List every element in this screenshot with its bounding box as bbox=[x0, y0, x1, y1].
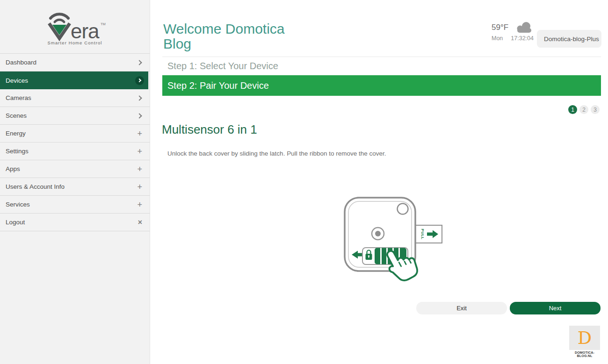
sidebar-item-label: Users & Account Info bbox=[6, 183, 65, 190]
wizard-pagination: 1 2 3 bbox=[568, 105, 600, 114]
chevron-right-icon bbox=[137, 95, 142, 100]
chevron-right-circle-icon bbox=[135, 76, 144, 85]
next-button-label: Next bbox=[549, 305, 562, 312]
logo-tagline: Smarter Home Control bbox=[47, 40, 102, 45]
sidebar-item-label: Apps bbox=[6, 165, 20, 172]
exit-button-label: Exit bbox=[456, 305, 467, 312]
device-illustration: PULL bbox=[339, 196, 447, 292]
device-button bbox=[398, 204, 408, 214]
domotica-logo-letter: D bbox=[578, 329, 592, 347]
page-title: Welcome Domotica Blog bbox=[163, 21, 299, 51]
sidebar-item-label: Cameras bbox=[6, 94, 31, 101]
plus-icon: + bbox=[137, 200, 142, 209]
cloud-icon bbox=[515, 21, 534, 34]
sidebar-item-services[interactable]: Services + bbox=[0, 196, 150, 214]
chevron-right-icon bbox=[137, 60, 142, 65]
pairing-instruction: Unlock the back cover by sliding the lat… bbox=[167, 150, 386, 157]
plus-icon: + bbox=[137, 147, 142, 156]
clock-time: 17:32:04 bbox=[511, 35, 534, 42]
close-icon: × bbox=[138, 219, 142, 226]
sidebar-item-label: Services bbox=[6, 201, 30, 208]
chevron-right-icon bbox=[137, 113, 142, 118]
domotica-logo-box: D bbox=[569, 326, 600, 350]
vera-app: era TM Smarter Home Control Dashboard De… bbox=[0, 0, 608, 364]
sidebar-nav: Dashboard Devices Cameras Scenes Energy … bbox=[0, 54, 150, 231]
plus-icon: + bbox=[137, 165, 142, 173]
sidebar-item-label: Logout bbox=[6, 219, 25, 226]
vera-logo-graphic: era TM bbox=[44, 8, 106, 42]
sidebar-item-energy[interactable]: Energy + bbox=[0, 125, 150, 143]
sidebar-item-label: Devices bbox=[6, 77, 28, 84]
sidebar-item-label: Dashboard bbox=[6, 59, 36, 66]
pull-label: PULL bbox=[420, 229, 425, 240]
sidebar: era TM Smarter Home Control Dashboard De… bbox=[0, 0, 150, 364]
logo-text: era bbox=[71, 20, 100, 42]
sidebar-item-cameras[interactable]: Cameras bbox=[0, 89, 150, 107]
plus-icon: + bbox=[137, 129, 142, 138]
sidebar-item-scenes[interactable]: Scenes bbox=[0, 107, 150, 125]
next-button[interactable]: Next bbox=[510, 302, 601, 314]
vera-logo: era TM Smarter Home Control bbox=[0, 0, 150, 54]
wifi-arc-outer-icon bbox=[51, 14, 68, 18]
temperature-value: 59°F bbox=[492, 23, 508, 32]
wizard-step1-header[interactable]: Step 1: Select Your Device bbox=[162, 57, 601, 75]
page-dot-3[interactable]: 3 bbox=[591, 105, 600, 114]
sidebar-item-dashboard[interactable]: Dashboard bbox=[0, 54, 150, 71]
controller-selector[interactable]: Domotica-blog-Plus bbox=[537, 30, 601, 48]
sidebar-item-label: Settings bbox=[6, 148, 29, 155]
wizard-step2-header[interactable]: Step 2: Pair Your Device bbox=[162, 75, 601, 96]
main-content: Welcome Domotica Blog 59°F Mon 17:32:04 … bbox=[150, 0, 608, 364]
device-title: Multisensor 6 in 1 bbox=[162, 122, 257, 137]
weekday-label: Mon bbox=[492, 35, 503, 42]
page-dot-2[interactable]: 2 bbox=[579, 105, 588, 114]
page-dot-1[interactable]: 1 bbox=[568, 105, 577, 114]
sidebar-item-devices[interactable]: Devices bbox=[0, 71, 148, 89]
trademark-text: TM bbox=[101, 22, 106, 26]
sidebar-item-logout[interactable]: Logout × bbox=[0, 214, 150, 231]
plus-icon: + bbox=[137, 183, 142, 191]
wifi-arc-inner-icon bbox=[55, 20, 64, 22]
sidebar-item-label: Scenes bbox=[6, 112, 27, 119]
sidebar-item-settings[interactable]: Settings + bbox=[0, 143, 150, 160]
sidebar-item-users-account-info[interactable]: Users & Account Info + bbox=[0, 178, 150, 196]
domotica-blog-logo: D DOMOTICA-BLOG.NL bbox=[569, 326, 600, 357]
sidebar-item-label: Energy bbox=[6, 130, 26, 137]
sensor-dot-icon bbox=[375, 231, 381, 236]
domotica-logo-caption: DOMOTICA-BLOG.NL bbox=[569, 351, 600, 357]
sidebar-item-apps[interactable]: Apps + bbox=[0, 160, 150, 178]
weather-widget: 59°F Mon 17:32:04 bbox=[492, 21, 534, 42]
exit-button[interactable]: Exit bbox=[416, 302, 507, 314]
